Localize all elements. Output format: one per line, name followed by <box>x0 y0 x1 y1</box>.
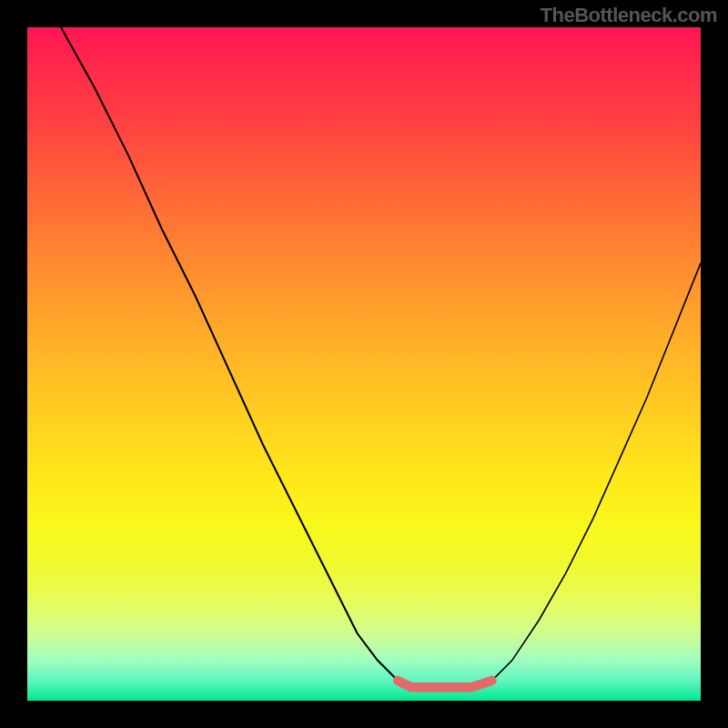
attribution-text: TheBottleneck.com <box>541 4 717 27</box>
curve-layer <box>27 27 701 701</box>
left-curve-path <box>61 27 398 681</box>
valley-marker-path <box>398 681 492 687</box>
right-curve-path <box>492 263 701 681</box>
chart-frame: TheBottleneck.com <box>0 0 728 728</box>
